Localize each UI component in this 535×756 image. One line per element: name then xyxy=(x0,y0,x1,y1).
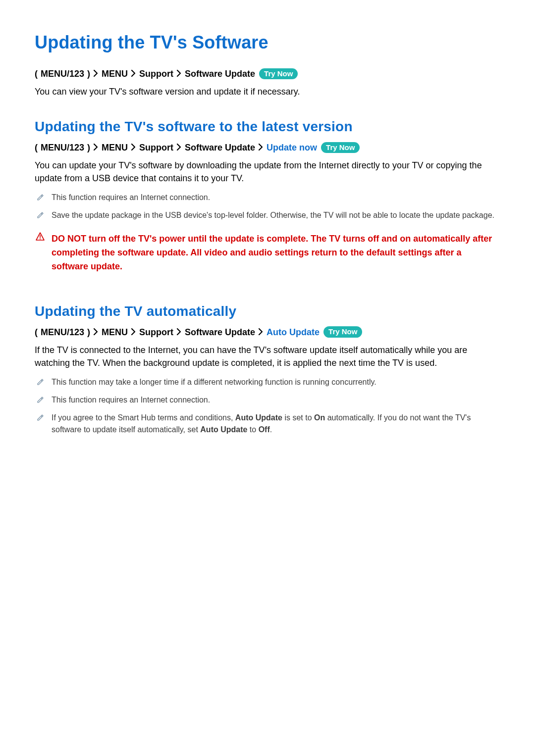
warning-icon xyxy=(36,232,45,244)
breadcrumb: (MENU/123) MENU Support Software Update … xyxy=(35,141,500,154)
section-body: You can update your TV's software by dow… xyxy=(35,159,500,185)
breadcrumb-paren-close: ) xyxy=(87,326,90,339)
breadcrumb-support: Support xyxy=(139,67,173,80)
try-now-badge[interactable]: Try Now xyxy=(321,142,360,153)
chevron-right-icon xyxy=(131,67,136,80)
breadcrumb-button-label: MENU/123 xyxy=(41,141,84,154)
breadcrumb: (MENU/123) MENU Support Software Update … xyxy=(35,67,500,80)
chevron-right-icon xyxy=(93,326,99,339)
list-item: This function requires an Internet conne… xyxy=(35,394,500,406)
section-latest-version: Updating the TV's software to the latest… xyxy=(35,117,500,274)
breadcrumb: (MENU/123) MENU Support Software Update … xyxy=(35,326,500,339)
breadcrumb-software-update: Software Update xyxy=(185,67,255,80)
list-item: If you agree to the Smart Hub terms and … xyxy=(35,412,500,436)
breadcrumb-paren-close: ) xyxy=(87,67,90,80)
chevron-right-icon xyxy=(131,141,136,154)
breadcrumb-support: Support xyxy=(139,326,173,339)
chevron-right-icon xyxy=(176,326,182,339)
chevron-right-icon xyxy=(176,141,182,154)
breadcrumb-button-label: MENU/123 xyxy=(41,326,84,339)
list-item: Save the update package in the USB devic… xyxy=(35,209,500,221)
breadcrumb-paren-open: ( xyxy=(35,67,38,80)
breadcrumb-button-label: MENU/123 xyxy=(41,67,84,80)
breadcrumb-menu: MENU xyxy=(102,326,128,339)
intro-text: You can view your TV's software version … xyxy=(35,85,500,98)
note-text: If you agree to the Smart Hub terms and … xyxy=(52,413,471,434)
section-body: If the TV is connected to the Internet, … xyxy=(35,344,500,369)
breadcrumb-support: Support xyxy=(139,141,173,154)
chevron-right-icon xyxy=(258,326,264,339)
chevron-right-icon xyxy=(258,141,264,154)
chevron-right-icon xyxy=(131,326,136,339)
document-page: Updating the TV's Software (MENU/123) ME… xyxy=(0,0,535,493)
chevron-right-icon xyxy=(93,67,99,80)
pencil-icon xyxy=(37,395,44,407)
section-title: Updating the TV's software to the latest… xyxy=(35,117,500,137)
breadcrumb-software-update: Software Update xyxy=(185,326,255,339)
section-auto-update: Updating the TV automatically (MENU/123)… xyxy=(35,302,500,436)
note-list: This function requires an Internet conne… xyxy=(35,192,500,221)
breadcrumb-menu: MENU xyxy=(102,67,128,80)
page-title: Updating the TV's Software xyxy=(35,30,500,55)
note-text: This function may take a longer time if … xyxy=(52,378,376,386)
breadcrumb-paren-open: ( xyxy=(35,326,38,339)
breadcrumb-menu: MENU xyxy=(102,141,128,154)
warning-text: DO NOT turn off the TV's power until the… xyxy=(52,232,500,274)
chevron-right-icon xyxy=(176,67,182,80)
chevron-right-icon xyxy=(93,141,99,154)
note-list: This function may take a longer time if … xyxy=(35,376,500,436)
breadcrumb-software-update: Software Update xyxy=(185,141,255,154)
breadcrumb-paren-close: ) xyxy=(87,141,90,154)
list-item: This function may take a longer time if … xyxy=(35,376,500,388)
pencil-icon xyxy=(37,377,44,389)
pencil-icon xyxy=(37,413,44,425)
note-text: Save the update package in the USB devic… xyxy=(52,211,494,219)
breadcrumb-update-now[interactable]: Update now xyxy=(267,141,317,154)
note-text: This function requires an Internet conne… xyxy=(52,396,210,404)
breadcrumb-paren-open: ( xyxy=(35,141,38,154)
breadcrumb-auto-update[interactable]: Auto Update xyxy=(267,326,320,339)
try-now-badge[interactable]: Try Now xyxy=(323,326,362,338)
list-item: This function requires an Internet conne… xyxy=(35,192,500,203)
pencil-icon xyxy=(37,210,44,222)
note-text: This function requires an Internet conne… xyxy=(52,193,210,202)
intro-section: (MENU/123) MENU Support Software Update … xyxy=(35,67,500,98)
pencil-icon xyxy=(37,193,44,204)
section-title: Updating the TV automatically xyxy=(35,302,500,322)
warning-block: DO NOT turn off the TV's power until the… xyxy=(35,232,500,274)
try-now-badge[interactable]: Try Now xyxy=(259,68,298,80)
